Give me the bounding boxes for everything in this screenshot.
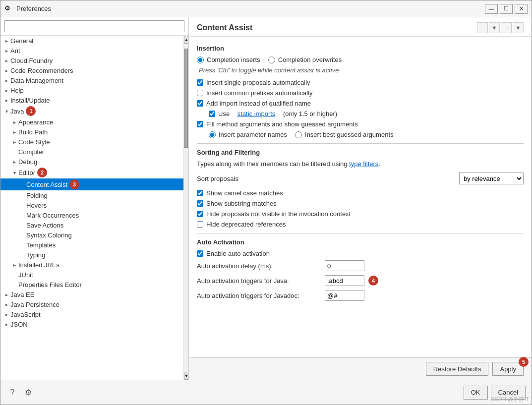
scroll-down-btn[interactable]: ▼ bbox=[184, 372, 188, 380]
tree-item-help[interactable]: ▸Help bbox=[0, 85, 183, 95]
tree-label-properties-files-editor: Properties Files Editor bbox=[18, 281, 82, 289]
triggers-java-label: Auto activation triggers for Java: bbox=[197, 277, 321, 285]
tree-item-cloud-foundry[interactable]: ▸Cloud Foundry bbox=[0, 56, 183, 65]
scroll-track[interactable] bbox=[184, 44, 188, 372]
tree-item-code-recommenders[interactable]: ▸Code Recommenders bbox=[0, 65, 183, 75]
nav-back-dropdown-btn[interactable]: ▼ bbox=[489, 22, 500, 33]
delay-label: Auto activation delay (ms): bbox=[197, 262, 321, 270]
tree-item-editor[interactable]: ▾Editor2 bbox=[0, 167, 183, 178]
insert-single-checkbox[interactable] bbox=[197, 79, 203, 86]
tree-item-folding[interactable]: Folding bbox=[0, 190, 183, 200]
tree-item-compiler[interactable]: Compiler bbox=[0, 147, 183, 157]
nav-forward-btn[interactable]: → bbox=[501, 22, 512, 33]
tree-item-debug[interactable]: ▸Debug bbox=[0, 157, 183, 167]
tree-item-appearance[interactable]: ▸Appearance bbox=[0, 117, 183, 127]
insert-best-guessed-label[interactable]: Insert best guessed arguments bbox=[295, 131, 394, 138]
use-static-imports-checkbox[interactable] bbox=[209, 111, 215, 117]
help-icon-button[interactable]: ? bbox=[6, 387, 18, 399]
tree-item-data-management[interactable]: ▸Data Management bbox=[0, 75, 183, 85]
title-bar: ⚙ Preferences — ☐ ✕ bbox=[0, 0, 532, 17]
tree-item-content-assist[interactable]: Content Assist3 bbox=[0, 178, 183, 190]
tree-item-install-update[interactable]: ▸Install/Update bbox=[0, 95, 183, 105]
hide-not-visible-checkbox[interactable] bbox=[197, 211, 203, 217]
use-static-imports-label[interactable]: Use static imports (only 1.5 or higher) bbox=[209, 110, 337, 117]
tree-item-build-path[interactable]: ▸Build Path bbox=[0, 127, 183, 137]
expand-icon-hovers bbox=[18, 201, 26, 209]
tree-item-javascript[interactable]: ▸JavaScript bbox=[0, 309, 183, 319]
fill-method-label[interactable]: Fill method arguments and show guessed a… bbox=[197, 120, 358, 128]
tree-item-syntax-coloring[interactable]: Syntax Coloring bbox=[0, 230, 183, 240]
insert-single-label[interactable]: Insert single proposals automatically bbox=[197, 79, 310, 86]
triggers-java-input[interactable] bbox=[325, 275, 364, 286]
add-import-checkbox[interactable] bbox=[197, 100, 203, 107]
sort-proposals-dropdown[interactable]: by relevance alphabetically bbox=[459, 173, 524, 184]
left-panel: ▸General▸Ant▸Cloud Foundry▸Code Recommen… bbox=[0, 17, 189, 380]
window-title: Preferences bbox=[16, 5, 485, 12]
static-imports-link[interactable]: static imports bbox=[237, 110, 276, 117]
tree-item-properties-files-editor[interactable]: Properties Files Editor bbox=[0, 280, 183, 289]
badge-4: 4 bbox=[368, 276, 378, 286]
expand-icon-build-path: ▸ bbox=[10, 128, 18, 136]
hide-not-visible-label[interactable]: Hide proposals not visible in the invoca… bbox=[197, 210, 351, 218]
sort-proposals-label: Sort proposals bbox=[197, 175, 238, 182]
tree-item-java[interactable]: ▾Java1 bbox=[0, 105, 183, 117]
expand-icon-cloud-foundry: ▸ bbox=[2, 57, 10, 64]
tree-item-java-ee[interactable]: ▸Java EE bbox=[0, 289, 183, 299]
tree-label-code-recommenders: Code Recommenders bbox=[10, 67, 73, 74]
nav-forward-dropdown-btn[interactable]: ▼ bbox=[513, 22, 524, 33]
expand-icon-junit bbox=[10, 271, 18, 279]
separator-2 bbox=[197, 233, 524, 233]
delay-input[interactable] bbox=[325, 260, 364, 271]
show-substring-label[interactable]: Show substring matches bbox=[197, 200, 277, 207]
completion-inserts-radio[interactable] bbox=[197, 57, 204, 63]
expand-icon-mark-occurrences bbox=[18, 211, 26, 219]
insert-param-names-radio[interactable] bbox=[209, 131, 216, 138]
completion-inserts-label[interactable]: Completion inserts bbox=[197, 56, 260, 63]
expand-icon-templates bbox=[18, 241, 26, 249]
tree-item-installed-jres[interactable]: ▸Installed JREs bbox=[0, 260, 183, 270]
completion-overwrites-label[interactable]: Completion overwrites bbox=[268, 56, 342, 63]
tree-item-junit[interactable]: JUnit bbox=[0, 270, 183, 280]
fill-method-checkbox[interactable] bbox=[197, 121, 203, 127]
tree-item-mark-occurrences[interactable]: Mark Occurrences bbox=[0, 210, 183, 220]
tree-scrollbar[interactable]: ▲ ▼ bbox=[183, 36, 188, 380]
show-substring-checkbox[interactable] bbox=[197, 200, 203, 207]
completion-overwrites-radio[interactable] bbox=[268, 57, 275, 63]
restore-defaults-button[interactable]: Restore Defaults bbox=[426, 362, 489, 376]
tree-item-save-actions[interactable]: Save Actions bbox=[0, 220, 183, 230]
type-filters-link[interactable]: type filters bbox=[349, 160, 378, 168]
tree-item-json[interactable]: ▸JSON bbox=[0, 319, 183, 329]
settings-icon-button[interactable]: ⚙ bbox=[22, 387, 34, 399]
show-camel-checkbox[interactable] bbox=[197, 190, 203, 196]
insert-param-names-label[interactable]: Insert parameter names bbox=[209, 131, 287, 138]
tree-label-editor: Editor bbox=[18, 169, 35, 176]
tree-item-hovers[interactable]: Hovers bbox=[0, 200, 183, 210]
tree-label-hovers: Hovers bbox=[26, 202, 47, 209]
hide-deprecated-checkbox[interactable] bbox=[197, 221, 203, 228]
insert-best-guessed-radio[interactable] bbox=[295, 131, 302, 138]
nav-back-btn[interactable]: ← bbox=[477, 22, 488, 33]
enable-auto-checkbox[interactable] bbox=[197, 250, 203, 257]
maximize-button[interactable]: ☐ bbox=[500, 4, 513, 14]
tree-item-ant[interactable]: ▸Ant bbox=[0, 46, 183, 56]
insert-common-label[interactable]: Insert common prefixes automatically bbox=[197, 89, 313, 97]
tree-item-java-persistence[interactable]: ▸Java Persistence bbox=[0, 299, 183, 309]
ok-button[interactable]: OK bbox=[464, 386, 488, 400]
scroll-up-btn[interactable]: ▲ bbox=[184, 36, 188, 44]
tree-label-save-actions: Save Actions bbox=[26, 222, 63, 229]
add-import-label[interactable]: Add import instead of qualified name bbox=[197, 100, 311, 107]
scroll-thumb[interactable] bbox=[184, 49, 188, 148]
tree-item-general[interactable]: ▸General bbox=[0, 36, 183, 46]
close-button[interactable]: ✕ bbox=[515, 4, 528, 14]
tree-item-typing[interactable]: Typing bbox=[0, 250, 183, 260]
tree-label-templates: Templates bbox=[26, 241, 56, 249]
enable-auto-label[interactable]: Enable auto activation bbox=[197, 250, 270, 257]
search-input[interactable] bbox=[4, 20, 184, 32]
tree-item-code-style[interactable]: ▸Code Style bbox=[0, 137, 183, 147]
hide-deprecated-label[interactable]: Hide deprecated references bbox=[197, 221, 286, 228]
show-camel-label[interactable]: Show camel case matches bbox=[197, 189, 283, 197]
insert-common-checkbox[interactable] bbox=[197, 90, 203, 96]
minimize-button[interactable]: — bbox=[485, 4, 498, 14]
tree-item-templates[interactable]: Templates bbox=[0, 240, 183, 250]
triggers-javadoc-input[interactable] bbox=[325, 290, 364, 301]
